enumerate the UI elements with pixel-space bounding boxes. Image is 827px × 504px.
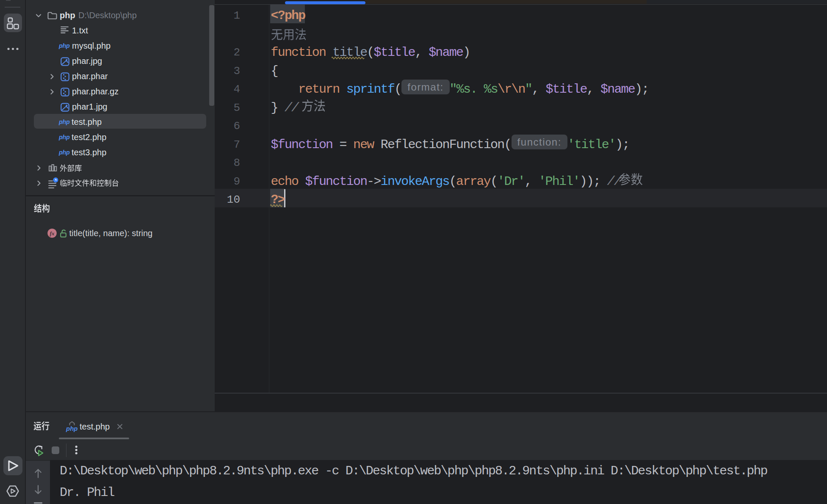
svg-text:fx: fx: [50, 230, 54, 237]
